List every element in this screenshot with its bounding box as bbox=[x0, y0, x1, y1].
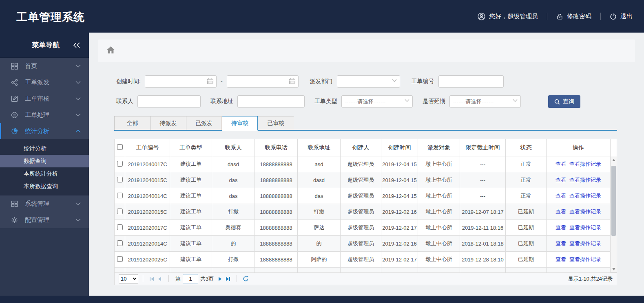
table-row: 201912040017C建议工单dasd18888888888asd超级管理员… bbox=[115, 156, 611, 172]
create-time-end-input[interactable] bbox=[227, 75, 299, 88]
view-link[interactable]: 查看 bbox=[555, 161, 566, 167]
tab-all[interactable]: 全部 bbox=[114, 116, 150, 130]
vertical-scrollbar[interactable] bbox=[610, 139, 617, 272]
sidebar-item-dispatch[interactable]: 工单派发 bbox=[0, 74, 89, 90]
cell-phone: 18888888888 bbox=[255, 188, 298, 204]
view-log-link[interactable]: 查看操作记录 bbox=[569, 256, 601, 262]
dispatch-dept-select[interactable] bbox=[337, 75, 400, 88]
tab-to-dispatch[interactable]: 待派发 bbox=[150, 116, 186, 130]
cell-actions: 查看查看操作记录 bbox=[547, 172, 611, 188]
scrollbar-track[interactable] bbox=[611, 157, 617, 272]
cell-target: 墩上中心所 bbox=[418, 172, 460, 188]
sidebar-item-home[interactable]: 首页 bbox=[0, 58, 89, 74]
cell-type: 建议工单 bbox=[170, 204, 212, 220]
row-checkbox[interactable] bbox=[117, 209, 123, 214]
top-bar: 工单管理系统 您好，超级管理员 修改密码 退出 bbox=[0, 0, 644, 33]
divider bbox=[168, 275, 169, 282]
divider bbox=[547, 13, 547, 20]
cell-creator: 超级管理员 bbox=[341, 188, 381, 204]
view-link[interactable]: 查看 bbox=[555, 209, 566, 215]
cell-phone: 18888888888 bbox=[255, 236, 298, 252]
change-password-button[interactable]: 修改密码 bbox=[556, 13, 591, 20]
row-checkbox[interactable] bbox=[117, 256, 123, 262]
cell-created: 2019-12-04 15 bbox=[381, 172, 418, 188]
view-link[interactable]: 查看 bbox=[555, 240, 566, 246]
column-header: 工单类型 bbox=[170, 139, 212, 156]
gear-icon bbox=[11, 217, 19, 224]
order-no-input[interactable] bbox=[438, 75, 504, 88]
scroll-down-arrow[interactable] bbox=[611, 266, 617, 272]
cell-deadline: --- bbox=[460, 172, 506, 188]
total-pages-label: 共3页 bbox=[200, 275, 214, 283]
view-link[interactable]: 查看 bbox=[555, 193, 566, 199]
sidebar-item-config[interactable]: 配置管理 bbox=[0, 212, 89, 228]
cell-phone: 18888888888 bbox=[255, 204, 298, 220]
cell-no: 201912020017C bbox=[125, 220, 170, 236]
calendar-icon[interactable] bbox=[289, 78, 296, 86]
refresh-button[interactable] bbox=[241, 275, 250, 283]
user-greeting[interactable]: 您好，超级管理员 bbox=[478, 13, 538, 20]
collapse-sidebar-icon[interactable] bbox=[73, 42, 81, 48]
view-link[interactable]: 查看 bbox=[555, 177, 566, 183]
row-checkbox[interactable] bbox=[117, 177, 123, 182]
sidebar-subitem-local-data-query[interactable]: 本所数据查询 bbox=[0, 180, 89, 193]
view-log-link[interactable]: 查看操作记录 bbox=[569, 177, 601, 183]
tab-dispatched[interactable]: 已派发 bbox=[186, 116, 222, 130]
view-log-link[interactable]: 查看操作记录 bbox=[569, 193, 601, 199]
logout-button[interactable]: 退出 bbox=[610, 13, 633, 20]
column-header: 派发对象 bbox=[418, 139, 460, 156]
select-all-checkbox[interactable] bbox=[117, 144, 123, 150]
create-time-start-input[interactable] bbox=[145, 75, 217, 88]
contact-input[interactable] bbox=[137, 95, 201, 108]
view-log-link[interactable]: 查看操作记录 bbox=[569, 240, 601, 246]
cell-target: 墩上中心所 bbox=[418, 188, 460, 204]
view-log-link[interactable]: 查看操作记录 bbox=[569, 224, 601, 231]
status-badge: 已延期 bbox=[506, 220, 547, 236]
pie-chart-icon bbox=[11, 128, 19, 135]
view-log-link[interactable]: 查看操作记录 bbox=[569, 209, 601, 215]
next-page-button[interactable] bbox=[216, 275, 224, 283]
cell-contact: das bbox=[212, 188, 255, 204]
cell-created: 2019-12-04 15 bbox=[381, 188, 418, 204]
sidebar-item-statistics[interactable]: 统计分析 bbox=[0, 123, 89, 139]
view-link[interactable]: 查看 bbox=[555, 224, 566, 231]
page-size-select[interactable]: 10 bbox=[119, 274, 138, 283]
delay-select[interactable]: -------请选择------- bbox=[449, 95, 521, 108]
sidebar-item-review[interactable]: 工单审核 bbox=[0, 90, 89, 107]
cell-created: 2019-12-02 16 bbox=[381, 236, 418, 252]
sidebar-subitem-statistics[interactable]: 统计分析 bbox=[0, 142, 89, 155]
sidebar-subitem-local-statistics[interactable]: 本所统计分析 bbox=[0, 167, 89, 180]
search-button[interactable]: 查询 bbox=[548, 95, 580, 108]
cell-creator: 超级管理员 bbox=[341, 172, 381, 188]
row-checkbox[interactable] bbox=[117, 161, 123, 167]
tab-bar: 全部 待派发 已派发 待审核 已审核 bbox=[114, 116, 617, 131]
row-checkbox-cell bbox=[115, 252, 125, 268]
row-checkbox[interactable] bbox=[117, 224, 123, 230]
row-checkbox[interactable] bbox=[117, 193, 123, 198]
view-link[interactable]: 查看 bbox=[555, 256, 566, 262]
sidebar-subitem-data-query[interactable]: 数据查询 bbox=[0, 155, 89, 167]
row-checkbox[interactable] bbox=[117, 240, 123, 246]
last-page-button[interactable] bbox=[224, 275, 232, 283]
current-page-input[interactable] bbox=[183, 274, 198, 283]
home-icon[interactable] bbox=[107, 46, 115, 55]
prev-page-button[interactable] bbox=[156, 275, 164, 283]
row-checkbox-cell bbox=[115, 156, 125, 172]
sidebar-item-process[interactable]: 工单处理 bbox=[0, 107, 89, 123]
view-log-link[interactable]: 查看操作记录 bbox=[569, 161, 601, 167]
scrollbar-thumb[interactable] bbox=[611, 166, 616, 236]
sidebar-item-system[interactable]: 系统管理 bbox=[0, 195, 89, 212]
scroll-up-arrow[interactable] bbox=[611, 157, 617, 163]
table-header-row: 工单编号 工单类型 联系人 联系电话 联系地址 创建人 创建时间 派发对象 限定… bbox=[115, 139, 611, 156]
status-badge: 正常 bbox=[506, 188, 547, 204]
first-page-button[interactable] bbox=[148, 275, 156, 283]
calendar-icon[interactable] bbox=[207, 78, 214, 86]
scrollbar-corner bbox=[611, 139, 617, 156]
cell-actions: 查看查看操作记录 bbox=[547, 220, 611, 236]
search-button-label: 查询 bbox=[563, 98, 574, 105]
sidebar-item-label: 首页 bbox=[25, 62, 75, 70]
tab-pending-review[interactable]: 待审核 bbox=[222, 116, 258, 131]
order-type-select[interactable]: -------请选择------- bbox=[341, 95, 413, 108]
tab-reviewed[interactable]: 已审核 bbox=[258, 116, 294, 130]
address-input[interactable] bbox=[237, 95, 305, 108]
